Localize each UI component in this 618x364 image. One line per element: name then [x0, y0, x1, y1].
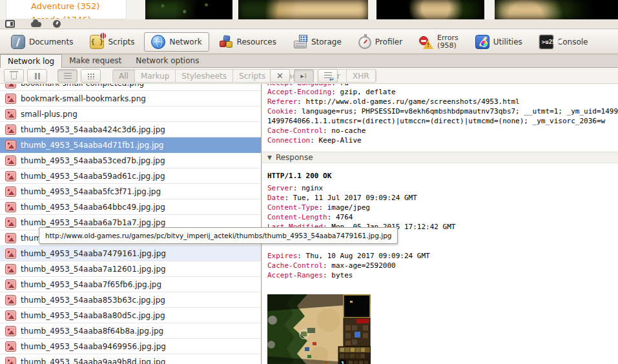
list-item[interactable]: thumb_4953_54aaba7f65fb6.jpg.jpg: [0, 277, 261, 292]
tab-label: Scripts: [108, 37, 134, 46]
game-screenshot-thumb[interactable]: [145, 0, 232, 19]
list-item[interactable]: thumb_4953_54aaba59ad61c.jpg.jpg: [0, 168, 261, 184]
tab-utilities[interactable]: Utilities: [468, 32, 530, 52]
trash-icon: [11, 73, 17, 79]
game-screenshot-thumb[interactable]: [495, 0, 618, 19]
request-filename: thumb_4953_54aaba9aa9b8d.jpg.jpg: [21, 358, 165, 364]
list-item[interactable]: thumb_4953_54aaba4d71fb1.jpg.jpg: [0, 137, 261, 153]
close-icon: ✕: [276, 71, 283, 81]
speed-dial-icon[interactable]: [53, 20, 61, 28]
request-filename: thumb_4953_54aaba7479161.jpg.jpg: [21, 249, 166, 258]
tab-profiler[interactable]: Profiler: [351, 32, 409, 52]
list-item[interactable]: small-plus.png: [0, 106, 261, 122]
utilities-icon: [475, 35, 489, 49]
tab-scripts[interactable]: Scripts: [83, 32, 141, 52]
raw-view-button[interactable]: [318, 69, 338, 83]
list-item[interactable]: thumb_4953_54aaba8a80d5c.jpg.jpg: [0, 308, 261, 323]
image-file-icon: [5, 140, 16, 150]
tab-label: Errors(958): [437, 34, 458, 50]
response-section-header[interactable]: ▼ Response: [262, 152, 618, 163]
image-file-icon: [5, 357, 16, 364]
list-item[interactable]: thumb_4953_54aaba53ced7b.jpg.jpg: [0, 153, 261, 168]
request-filename: thumb_4953_54aaba5fc3f71.jpg.jpg: [21, 187, 161, 196]
request-list-panel: bookmark-small-completed.pngbookmark-sma…: [0, 84, 262, 364]
tab-documents[interactable]: Documents: [4, 32, 80, 52]
request-list: bookmark-small-completed.pngbookmark-sma…: [0, 84, 261, 364]
tab-label: Storage: [311, 37, 342, 46]
tab-console[interactable]: Console: [532, 32, 595, 52]
filter-markup[interactable]: Markup: [135, 70, 176, 82]
grid-view-icon: [87, 73, 94, 79]
database-icon: [293, 35, 307, 49]
request-detail-panel: Accept-Language: ru Accept-Encoding: gzi…: [262, 84, 618, 364]
document-slash-icon: [11, 35, 25, 49]
category-link-partial[interactable]: Arcade (1746): [31, 15, 91, 19]
response-image-preview: 1: [267, 294, 371, 364]
tab-errors[interactable]: ! Errors(958): [412, 32, 466, 52]
error-warning-icon: !: [419, 35, 433, 49]
list-item[interactable]: thumb_4953_54aaba9aa9b8d.jpg.jpg: [0, 354, 261, 364]
tab-network[interactable]: Network: [144, 32, 209, 52]
filter-scripts[interactable]: Scripts: [233, 70, 272, 82]
request-headers: Accept-Encoding: gzip, deflateReferer: h…: [262, 87, 618, 145]
braces-icon: [90, 35, 104, 49]
tab-label: Network: [169, 37, 201, 46]
grid-view-button[interactable]: [81, 69, 101, 83]
category-link-adventure[interactable]: Adventure (352): [31, 1, 99, 11]
game-screenshot-thumb[interactable]: [376, 0, 484, 19]
filter-stylesheets[interactable]: Stylesheets: [176, 70, 233, 82]
clear-log-button[interactable]: [4, 69, 24, 83]
list-item[interactable]: thumb_4953_54aaba7479161.jpg.jpg: [0, 246, 261, 261]
url-tooltip: http://www.old-games.ru/games/pc/bitvy_i…: [39, 227, 398, 244]
subtab-network-log[interactable]: Network log: [0, 54, 62, 68]
terminal-icon: [539, 35, 553, 49]
list-item[interactable]: thumb_4953_54aaba9469956.jpg.jpg: [0, 339, 261, 354]
subtab-network-options[interactable]: Network options: [129, 54, 206, 67]
list-item[interactable]: bookmark-small-bookmarks.png: [0, 91, 261, 106]
image-file-icon: [5, 310, 16, 321]
paused-badge: [99, 32, 107, 39]
image-file-icon: [5, 84, 16, 88]
list-item[interactable]: thumb_4953_54aaba7a12601.jpg.jpg: [0, 261, 261, 277]
list-view-button[interactable]: [57, 69, 77, 83]
request-filename: small-plus.png: [21, 110, 77, 119]
headers-view-icon: [324, 72, 332, 80]
tab-storage[interactable]: Storage: [286, 32, 349, 52]
list-item[interactable]: thumb_4953_54aaba424c3d6.jpg.jpg: [0, 122, 261, 137]
stopwatch-icon: [358, 36, 371, 49]
follow-icon: ▸⁞: [300, 72, 307, 79]
image-file-icon: [5, 125, 16, 135]
request-filename: thumb_4953_54aaba4d71fb1.jpg.jpg: [21, 141, 163, 150]
request-filename: thumb_4953_54aaba8f64b8a.jpg.jpg: [21, 327, 163, 336]
list-item[interactable]: thumb_4953_54aaba8f64b8a.jpg.jpg: [0, 323, 261, 339]
pause-log-button[interactable]: [27, 69, 47, 83]
list-item[interactable]: thumb_4953_54aaba853b63c.jpg.jpg: [0, 292, 261, 308]
pause-icon: [35, 73, 40, 79]
close-details-button[interactable]: ✕: [270, 69, 290, 83]
image-file-icon: [5, 233, 16, 243]
main-toolbar: Documents Scripts Network Resources Stor…: [0, 30, 618, 54]
game-screenshot-thumb[interactable]: [238, 0, 368, 19]
collapse-triangle-icon: ▼: [267, 153, 272, 163]
image-file-icon: [5, 171, 16, 181]
header-line: Content-Type: image/jpeg: [262, 203, 618, 212]
follow-selection-button[interactable]: ▸⁞: [294, 69, 314, 83]
cloud-icon[interactable]: [31, 22, 41, 27]
subtab-make-request[interactable]: Make request: [62, 54, 129, 67]
list-item[interactable]: bookmark-small-completed.png: [0, 84, 261, 91]
panel-toolbars: AllMarkupStylesheetsScriptsImagesOtherXH…: [0, 68, 618, 84]
tab-resources[interactable]: Resources: [212, 32, 283, 52]
filter-all[interactable]: All: [113, 70, 135, 82]
image-file-icon: [5, 94, 16, 104]
request-filename: thumb_4953_54aaba7a12601.jpg.jpg: [21, 265, 166, 274]
request-filename: thumb_4953_54aaba6a7b1a7.jpg.jpg: [21, 218, 165, 227]
list-item[interactable]: thumb_4953_54aaba5fc3f71.jpg.jpg: [0, 184, 261, 199]
category-list-panel: Adventure (352) Arcade (1746): [6, 0, 127, 19]
image-file-icon: [5, 279, 16, 290]
list-item[interactable]: thumb_4953_54aaba64bbc49.jpg.jpg: [0, 199, 261, 215]
dock-panel-icon[interactable]: [5, 20, 15, 28]
cubes-icon: [219, 35, 233, 49]
request-filename: thumb_4953_54aaba424c3d6.jpg.jpg: [21, 125, 165, 134]
filter-xhr[interactable]: XHR: [347, 70, 376, 82]
request-filename: bookmark-small-bookmarks.png: [21, 94, 146, 103]
